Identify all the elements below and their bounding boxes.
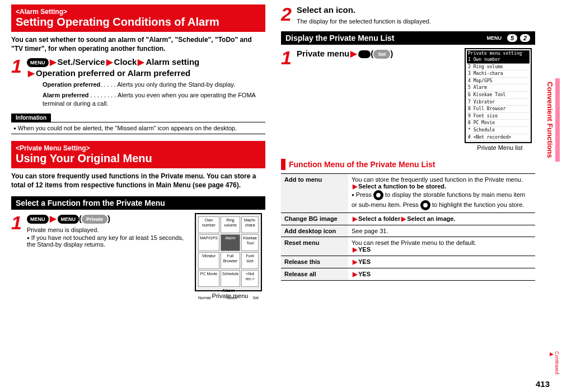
row-val: ▶YES [348,256,535,268]
arrow-icon: ▶ [49,57,58,67]
arrow-icon: ▶ [352,271,358,277]
private-menu-screenshot: Own numberRing volumeMachi-charaMAP/GPSA… [195,213,262,291]
grid-cell: MAP/GPS [198,234,219,251]
grid-cell: PC Movie [198,270,219,287]
step1-line: Private menu▶(Set) [297,48,460,59]
list-item: * Schedule [467,127,530,134]
set-button-icon: Set [373,50,390,59]
alarm-tag: <Alarm Setting> [16,8,261,16]
row-val: You can reset the Private menu to the de… [348,237,535,256]
grid-cell: Schedule [221,270,240,287]
arrow-icon: ▶ [49,214,58,223]
list-item: 6 Kisekae Tool [467,92,530,99]
grid-cell: <Not rec.> [241,270,259,287]
def-label: Operation preferred [43,81,100,88]
screenshot-caption: Private Menu list [465,144,535,151]
table-row: Release all ▶YES [281,268,535,281]
def-label: Alarm preferred [43,92,89,98]
step-number: 1 [11,213,24,248]
table-row: Add desktop icon See page 31. [281,225,535,237]
screenshot-title: Alarm [198,288,259,294]
list-item: 4 Map/GPS [467,78,530,85]
function-menu-title: Function Menu of the Private Menu List [289,160,435,169]
footer-select: Select [226,296,237,300]
list-item: 1 Own number [467,56,530,64]
screenshot-header: Private menu setting [467,50,530,57]
row-val: You can store the frequently used functi… [348,174,535,213]
step-line: MENU▶MENU(Private) [27,213,190,224]
list-item: # <Not recorded> [467,134,530,141]
function-table: Add to menu You can store the frequently… [281,173,535,281]
grid-cell: Vibrator [198,252,219,269]
arrow-icon: ▶ [352,183,358,190]
def-alarm-pref: Alarm preferred . . . . . . . . Alerts y… [43,91,265,108]
alarm-step: 1 MENU▶Set./Service▶Clock▶Alarm setting … [11,56,265,108]
arrow-icon: ▶ [27,68,36,78]
information-label: Information [11,114,51,122]
alarm-header: <Alarm Setting> Setting Operating Condit… [11,4,265,32]
side-tab: Convenient Functions [545,78,560,162]
private-button-icon: Private [82,215,107,224]
step-2: 2 Select an icon. The display for the se… [281,4,535,25]
list-item: 9 Font size [467,113,530,120]
nav-key-icon [373,190,383,200]
information-body: When you could not be alerted, the "Miss… [11,122,265,134]
row-key: Reset menu [281,237,348,256]
menu-key-icon: MENU [58,215,79,224]
arrow-icon: ▶ [352,258,358,265]
row-key: Add to menu [281,174,348,213]
table-row: Add to menu You can store the frequently… [281,174,535,213]
info-text: When you could not be alerted, the "Miss… [13,125,237,131]
arrow-icon: ▶ [352,215,358,222]
step2-body: The display for the selected function is… [297,18,535,25]
row-val: See page 31. [348,225,535,237]
arrow-icon: ▶ [137,57,146,67]
display-private-bar: Display the Private Menu List MENU 5 2 [281,31,535,45]
private-header: <Private Menu Setting> Using Your Origin… [11,141,265,168]
grid-cell: Kisekae Tool [241,234,259,251]
row-val: ▶Select a folder▶Select an image. [348,213,535,225]
grid-cell: Machi-chara [241,216,259,233]
grid-cell: Ring volume [221,216,240,233]
private-list-screenshot: Private menu setting 1 Own number2 Ring … [465,48,532,144]
arrow-icon: ▶ [105,57,114,67]
information-box: Information When you could not be alerte… [11,114,265,134]
nav-key-icon [420,200,430,210]
continued-marker: Continued [549,351,560,374]
list-item: 2 Ring volume [467,64,530,71]
path-b: Clock [114,57,137,67]
row-val: ▶YES [348,268,535,281]
display-step1: 1 Private menu▶(Set) [281,48,460,67]
step-body2: If you have not touched any key for at l… [27,234,190,248]
step2-title: Select an icon. [297,4,535,16]
alarm-intro: You can set whether to sound an alarm of… [11,35,265,53]
step-number: 2 [281,4,293,25]
private-step: 1 MENU▶MENU(Private) Private menu is dis… [11,213,190,248]
grid-cell: Full Browser [221,252,240,269]
row-key: Change BG image [281,213,348,225]
grid-cell: Font size [241,252,259,269]
step-body1: Private menu is displayed. [27,226,190,233]
menu-key-icon: MENU [27,58,49,67]
list-item: 8 Full Browser [467,106,530,113]
def-desc: Alerts you only during the Stand-by disp… [117,81,235,88]
digit-key-5: 5 [507,34,518,42]
step-number: 1 [281,48,293,67]
grid-cell: Own number [198,216,219,233]
list-item: 3 Machi-chara [467,70,530,78]
private-tag: <Private Menu Setting> [16,144,261,152]
arrow-icon: ▶ [352,246,358,253]
bar-title: Display the Private Menu List [285,34,395,42]
list-item: 7 Vibrator [467,99,530,106]
path-d: Operation preferred or Alarm preferred [36,68,190,78]
function-menu-bar: Function Menu of the Private Menu List [281,159,535,170]
list-item: 0 PC Movie [467,120,530,127]
step1-title: Private menu [297,49,349,58]
footer-set: Set [252,296,259,300]
table-row: Reset menu You can reset the Private men… [281,237,535,256]
menu-key-icon: MENU [484,34,505,42]
list-item: 5 Alarm [467,84,530,92]
step-line-2: ▶Operation preferred or Alarm preferred [27,68,265,79]
menu-key-icon: MENU [27,215,49,224]
row-key: Add desktop icon [281,225,348,237]
